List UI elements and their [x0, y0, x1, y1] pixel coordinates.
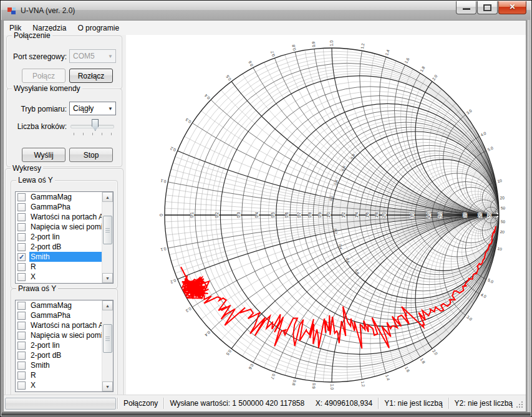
svg-text:1.8: 1.8 [419, 65, 426, 73]
connection-status: Połączony [119, 399, 162, 408]
left-axis-item-4[interactable]: 2-port lin [16, 232, 102, 242]
list-item-label: 2-port lin [29, 340, 102, 350]
arrow-down-icon[interactable]: ▼ [102, 273, 113, 283]
checkbox-unchecked[interactable] [17, 223, 26, 231]
checkbox-unchecked[interactable] [17, 381, 26, 390]
checkbox-unchecked[interactable] [17, 312, 26, 320]
arrow-up-icon[interactable]: ▲ [102, 192, 113, 202]
right-axis-item-6[interactable]: Smith [16, 360, 102, 370]
checkbox-unchecked[interactable] [17, 322, 26, 330]
svg-text:1.2: 1.2 [360, 381, 366, 388]
list-item-label: GammaMag [29, 192, 102, 202]
left-axis-item-5[interactable]: 2-port dB [16, 242, 102, 252]
list-item-label: Napięcia w sieci pomiarow [29, 330, 102, 340]
svg-text:0.5: 0.5 [225, 349, 232, 357]
right-axis-listbox[interactable]: GammaMagGammaPhaWartości na portach ADCN… [15, 300, 114, 392]
svg-text:0.9: 0.9 [311, 41, 316, 47]
serial-port-select[interactable]: COM5 ▼ [69, 49, 116, 63]
left-axis-item-0[interactable]: GammaMag [16, 192, 102, 202]
right-axis-item-8[interactable]: X [16, 380, 102, 390]
send-button[interactable]: Wyślij [22, 148, 65, 162]
checkbox-unchecked[interactable] [17, 302, 26, 310]
checkbox-unchecked[interactable] [17, 371, 26, 380]
right-axis-item-1[interactable]: GammaPha [16, 310, 102, 320]
svg-text:0.1: 0.1 [160, 247, 167, 252]
svg-text:10: 10 [497, 246, 503, 251]
serial-port-label: Port szeregowy: [9, 52, 67, 61]
left-axis-item-2[interactable]: Wartości na portach ADC [16, 212, 102, 222]
resize-grip[interactable] [516, 401, 524, 409]
chevron-down-icon: ▼ [105, 54, 115, 59]
svg-text:1.8: 1.8 [420, 357, 427, 365]
left-axis-item-8[interactable]: X [16, 272, 102, 282]
checkbox-unchecked[interactable] [17, 352, 26, 360]
right-axis-title: Prawa oś Y [16, 284, 58, 293]
checkbox-unchecked[interactable] [17, 213, 26, 221]
status-bar: Połączony Wysłane wartości: 1 500000 420… [4, 395, 526, 411]
left-axis-title: Lewa oś Y [16, 176, 55, 185]
left-axis-scrollbar[interactable]: ▲ ▼ [102, 192, 113, 283]
checkbox-checked[interactable]: ✓ [17, 253, 26, 261]
svg-text:0.3: 0.3 [236, 212, 241, 218]
right-axis-item-2[interactable]: Wartości na portach ADC [16, 320, 102, 330]
right-axis-item-5[interactable]: 2-port dB [16, 350, 102, 360]
right-axis-scrollbar[interactable]: ▲ ▼ [102, 300, 113, 391]
svg-text:0.6: 0.6 [248, 60, 254, 67]
minimize-button[interactable] [456, 1, 476, 14]
checkbox-unchecked[interactable] [17, 332, 26, 340]
arrow-down-icon[interactable]: ▼ [102, 381, 113, 391]
right-axis-item-7[interactable]: R [16, 370, 102, 380]
slider-tick [111, 133, 112, 135]
svg-text:0.5: 0.5 [271, 212, 275, 218]
checkbox-unchecked[interactable] [17, 243, 26, 251]
command-group-title: Wysyłanie komendy [12, 84, 82, 93]
close-icon: ✕ [509, 1, 515, 13]
list-item-label: Smith [29, 252, 102, 262]
list-item-label: GammaMag [29, 300, 102, 310]
disconnect-button[interactable]: Rozłącz [69, 69, 113, 83]
left-axis-listbox[interactable]: GammaMagGammaPhaWartości na portach ADCN… [15, 191, 114, 284]
svg-text:0.1: 0.1 [190, 212, 194, 218]
svg-text:1.2: 1.2 [360, 42, 365, 49]
window-title: U-VNA (ver. 2.0) [21, 6, 75, 15]
right-axis-item-0[interactable]: GammaMag [16, 300, 102, 310]
svg-text:2.0: 2.0 [431, 74, 438, 81]
checkbox-unchecked[interactable] [17, 273, 26, 281]
stop-button[interactable]: Stop [69, 148, 113, 162]
svg-text:20: 20 [500, 195, 505, 200]
menu-item-2[interactable]: O programie [72, 21, 125, 35]
close-button[interactable]: ✕ [498, 1, 526, 14]
checkbox-unchecked[interactable] [17, 233, 26, 241]
svg-text:0.4: 0.4 [254, 212, 259, 218]
connect-button[interactable]: Połącz [22, 69, 65, 83]
left-axis-item-3[interactable]: Napięcia w sieci pomiarow [16, 222, 102, 232]
application-icon [7, 6, 17, 16]
scrollbar-thumb[interactable] [103, 216, 112, 244]
slider-thumb[interactable] [92, 119, 99, 131]
checkbox-unchecked[interactable] [17, 342, 26, 350]
scrollbar-thumb[interactable] [103, 324, 112, 353]
measure-mode-select[interactable]: Ciągły ▼ [69, 102, 116, 115]
slider-tick [92, 133, 93, 135]
checkbox-unchecked[interactable] [17, 263, 26, 271]
checkbox-unchecked[interactable] [17, 203, 26, 211]
right-axis-item-4[interactable]: 2-port lin [16, 340, 102, 350]
svg-text:1.4: 1.4 [384, 49, 390, 55]
arrow-up-icon[interactable]: ▲ [102, 300, 113, 310]
checkbox-unchecked[interactable] [17, 362, 26, 370]
maximize-button[interactable] [477, 1, 498, 14]
menu-bar: PlikNarzędziaO programie [4, 21, 526, 35]
svg-text:1.4: 1.4 [354, 212, 359, 218]
left-axis-item-6[interactable]: ✓Smith [16, 252, 102, 262]
svg-text:0.8: 0.8 [307, 212, 312, 218]
left-axis-item-7[interactable]: R [16, 262, 102, 272]
client-area: PlikNarzędziaO programie Połączenie Port… [3, 20, 526, 412]
status-separator [163, 398, 164, 409]
checkbox-unchecked[interactable] [17, 193, 26, 201]
steps-slider[interactable] [69, 117, 115, 137]
right-axis-item-3[interactable]: Napięcia w sieci pomiarow [16, 330, 102, 340]
svg-text:0.4: 0.4 [204, 330, 211, 338]
sent-values-status: Wysłane wartości: 1 500000 420 117858 [165, 399, 309, 408]
svg-text:20: 20 [478, 213, 482, 218]
left-axis-item-1[interactable]: GammaPha [16, 202, 102, 212]
